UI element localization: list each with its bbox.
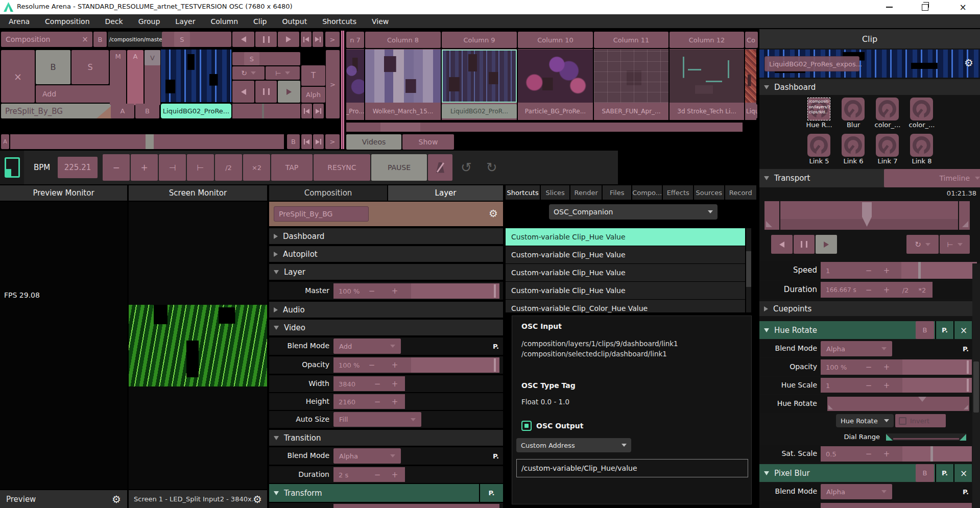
tab-compo[interactable]: Compo... xyxy=(632,185,662,200)
menu-arena[interactable]: Arena xyxy=(1,14,37,28)
shortcut-item[interactable]: Custom-variable Clip_Color_Hue Value xyxy=(506,300,745,312)
tab-layer[interactable]: Layer xyxy=(388,185,503,201)
clip-thumbnail[interactable] xyxy=(745,50,756,103)
dial-marker[interactable] xyxy=(918,397,926,402)
column-header[interactable]: Column 12 xyxy=(670,32,744,48)
undo-button[interactable]: ↺ xyxy=(453,154,479,181)
increment-button[interactable]: + xyxy=(883,266,890,275)
clip-prev-button[interactable] xyxy=(301,104,312,118)
tap-button[interactable]: TAP xyxy=(271,154,313,181)
restore-button[interactable] xyxy=(910,0,940,14)
layer-name-input[interactable]: PreSplit_By_BG xyxy=(274,206,369,222)
dashboard-knob-3[interactable] xyxy=(876,98,899,120)
columns-scrollbar[interactable] xyxy=(346,123,743,132)
increment-button[interactable]: + xyxy=(883,449,890,458)
tab-render[interactable]: Render xyxy=(570,185,602,200)
decrement-button[interactable]: − xyxy=(866,381,872,390)
bpm-double-button[interactable]: ×2 xyxy=(243,154,270,181)
deck-expand-button[interactable]: > xyxy=(325,134,340,149)
dial-range-slider[interactable] xyxy=(886,433,966,441)
section-pixel-blur[interactable]: Pixel Blur B P. × xyxy=(759,464,972,482)
duration-field[interactable]: 166.667 s − + /2 *2 xyxy=(821,282,933,298)
redo-button[interactable]: ↻ xyxy=(479,154,505,181)
crossfader-thumb[interactable] xyxy=(146,134,154,149)
column-header[interactable]: Column 10 xyxy=(518,32,593,48)
timeline-position-marker[interactable] xyxy=(862,202,872,227)
composition-pause-button[interactable] xyxy=(255,32,277,47)
clip-play-button[interactable] xyxy=(278,81,300,103)
composition-play-button[interactable] xyxy=(278,32,299,47)
tab-files[interactable]: Files xyxy=(603,185,631,200)
transition-blend-dropdown[interactable]: Alpha xyxy=(333,448,401,464)
clip-back-button[interactable] xyxy=(232,81,254,103)
menu-column[interactable]: Column xyxy=(203,14,246,28)
clip-name-input[interactable]: LiquidBG02_ProRes_expos... xyxy=(764,56,859,71)
tab-composition[interactable]: Composition xyxy=(269,185,387,201)
section-audio[interactable]: Audio xyxy=(269,302,503,318)
clip-name[interactable]: Particle_BG_ProRe... xyxy=(518,104,593,118)
master-slider[interactable]: 100 % − + xyxy=(333,283,499,299)
section-transform[interactable]: Transform P. xyxy=(269,484,503,502)
active-clip-name[interactable]: LiquidBG02_ProRe... xyxy=(161,104,231,118)
bpm-plus-button[interactable]: + xyxy=(131,154,158,181)
transition-duration-field[interactable]: 2 s − + xyxy=(333,467,405,482)
deck-next-button[interactable] xyxy=(313,134,324,149)
range-start-handle[interactable] xyxy=(886,434,893,441)
blur-blend-dropdown[interactable]: Alpha xyxy=(821,484,892,499)
layer-blend-dropdown[interactable]: Add xyxy=(36,85,122,103)
section-layer[interactable]: Layer xyxy=(269,264,503,280)
dashboard-knob-8[interactable] xyxy=(910,134,933,157)
invert-checkbox[interactable]: Invert xyxy=(895,414,946,427)
section-cuepoints[interactable]: Cuepoints xyxy=(759,301,980,316)
effect-bypass-button[interactable]: B xyxy=(916,464,934,482)
tab-videos[interactable]: Videos xyxy=(346,134,401,150)
close-button[interactable]: × xyxy=(946,0,980,14)
crossfader-b-button[interactable]: B xyxy=(287,134,300,149)
width-field[interactable]: 3840 − + xyxy=(333,376,405,391)
minimize-button[interactable] xyxy=(874,0,904,14)
section-dashboard[interactable]: Dashboard xyxy=(269,228,503,244)
clip-thumbnail[interactable] xyxy=(670,50,744,103)
dashboard-knob-2[interactable] xyxy=(842,98,865,120)
column-header[interactable]: n 7 xyxy=(346,32,364,48)
tab-effects[interactable]: Effects xyxy=(663,185,693,200)
transport-play-button[interactable] xyxy=(816,235,837,254)
menu-deck[interactable]: Deck xyxy=(98,14,131,28)
column-header[interactable]: Column 8 xyxy=(365,32,441,48)
height-field[interactable]: 2160 − + xyxy=(333,394,405,409)
osc-output-mode-dropdown[interactable]: Custom Address xyxy=(516,438,631,452)
clip-thumbnail[interactable] xyxy=(365,50,441,103)
layer-v-button[interactable]: V xyxy=(145,50,160,65)
menu-composition[interactable]: Composition xyxy=(37,14,97,28)
increment-button[interactable]: + xyxy=(392,397,398,406)
bpm-value[interactable]: 225.21 xyxy=(58,157,98,178)
menu-group[interactable]: Group xyxy=(131,14,168,28)
gear-icon[interactable]: ⚙ xyxy=(253,494,262,504)
increment-button[interactable]: + xyxy=(392,470,398,479)
duration-half-button[interactable]: /2 xyxy=(902,286,909,294)
transport-loop-dropdown[interactable]: ↻ xyxy=(906,235,939,254)
layer-clear-button[interactable]: × xyxy=(1,50,35,103)
increment-button[interactable]: + xyxy=(392,360,398,370)
param-button[interactable]: P. xyxy=(479,484,503,502)
section-transport[interactable]: Transport Timeline xyxy=(759,169,980,187)
decrement-button[interactable]: − xyxy=(374,397,381,406)
column-header[interactable]: Column 11 xyxy=(594,32,668,48)
shortcut-item[interactable]: Custom-variable Clip_Hue Value xyxy=(506,264,745,281)
bpm-minus-button[interactable]: − xyxy=(103,154,130,181)
composition-prev-button[interactable] xyxy=(301,32,312,47)
param-button[interactable]: P. xyxy=(493,447,499,465)
tab-sources[interactable]: Sources xyxy=(694,185,724,200)
tab-record[interactable]: Record xyxy=(725,185,756,200)
effect-close-button[interactable]: × xyxy=(953,464,973,482)
menu-output[interactable]: Output xyxy=(274,14,315,28)
menu-layer[interactable]: Layer xyxy=(168,14,203,28)
clip-name[interactable]: 3d Stroke_Tech Li... xyxy=(670,104,744,118)
clip-thumbnail[interactable] xyxy=(594,50,668,103)
decrement-button[interactable]: − xyxy=(866,362,872,372)
gear-icon[interactable]: ⚙ xyxy=(964,58,973,68)
speed-slider[interactable]: 1 − + xyxy=(821,262,977,279)
bpm-nudge-down-button[interactable]: ⊣ xyxy=(159,154,186,181)
clip-thumbnail[interactable] xyxy=(518,50,593,103)
clip-position-slider[interactable] xyxy=(232,104,300,118)
